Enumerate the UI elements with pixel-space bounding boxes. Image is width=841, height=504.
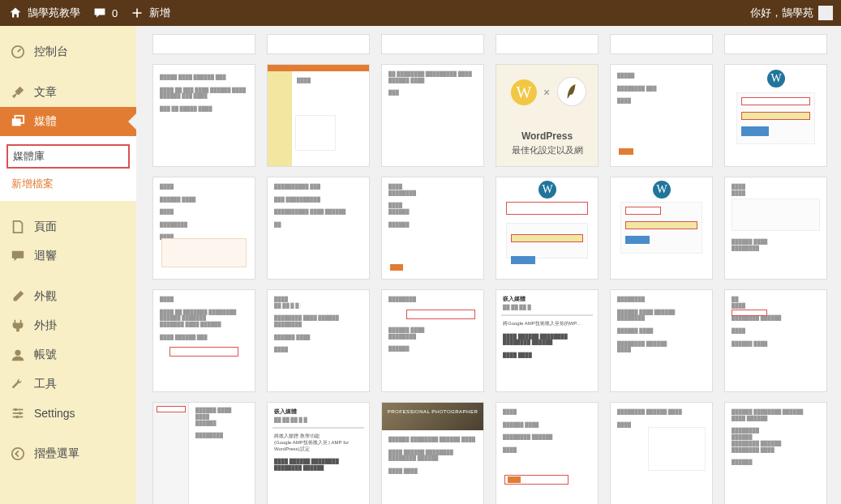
submenu-label: 媒體庫 (13, 150, 45, 162)
sidebar-label: 外觀 (34, 289, 57, 304)
media-thumb[interactable]: ██████████ ████████████ ██████████ (496, 402, 599, 504)
wp-logo-icon: W (767, 70, 785, 88)
page-icon (10, 219, 26, 235)
media-thumb[interactable]: W (610, 177, 713, 280)
avatar (818, 6, 833, 20)
media-thumb[interactable]: ██████████████ ████ ████████████████████… (610, 289, 713, 392)
admin-sidebar: 控制台 文章 媒體 媒體庫 新增檔案 (0, 26, 136, 504)
submenu-item-addnew[interactable]: 新增檔案 (0, 172, 136, 196)
media-thumb[interactable]: ████████ ██████ ████████████ (724, 177, 827, 280)
media-thumb[interactable]: ████████ ██████ ████████ (610, 402, 713, 504)
sidebar-item-media[interactable]: 媒體 (0, 107, 136, 136)
sidebar-label: 文章 (34, 85, 57, 100)
site-name: 鵠學苑教學 (28, 6, 80, 20)
sidebar-item-collapse[interactable]: 摺疊選單 (0, 439, 136, 468)
sidebar-item-plugins[interactable]: 外掛 (0, 311, 136, 340)
media-thumb[interactable]: █████████████ ███████ (610, 64, 713, 167)
media-thumb[interactable]: ██ ████████ █████████ ████ ██████ ██████… (381, 64, 484, 167)
media-thumb[interactable] (610, 34, 713, 54)
media-thumb[interactable]: ████████████████████████████ (381, 177, 484, 280)
media-thumb[interactable]: ████ (267, 64, 370, 167)
submenu-label: 新增檔案 (11, 177, 54, 190)
sidebar-label: 摺疊選單 (34, 446, 79, 461)
sidebar-label: 外掛 (34, 318, 57, 333)
media-thumb[interactable]: 嵌入媒體 ██ ██ ██ █ 將Google AMP技術嵌入至你的WP...█… (496, 289, 599, 392)
media-thumb[interactable] (267, 34, 370, 54)
plug-icon (10, 318, 26, 334)
svg-point-8 (19, 412, 22, 415)
sidebar-item-appearance[interactable]: 外觀 (0, 282, 136, 311)
media-thumb[interactable] (496, 34, 599, 54)
user-icon (10, 347, 26, 363)
home-icon (8, 6, 23, 20)
media-thumb[interactable] (381, 34, 484, 54)
svg-point-10 (12, 448, 24, 459)
media-thumb[interactable]: PROFESSIONAL PHOTOGRAPHER ██████ ███████… (381, 402, 484, 504)
thumb-caption: WordPress (496, 130, 598, 142)
media-thumb[interactable]: █████ ████ ██████ ███████ ██ ███ ████ ██… (152, 64, 255, 167)
media-thumb[interactable] (724, 34, 827, 54)
comments-count: 0 (112, 7, 118, 19)
media-thumb[interactable]: 嵌入媒體 ██ ██ ██ █ █ 將嵌入媒體 教學功能(Google AMP技… (267, 402, 370, 504)
svg-point-7 (15, 408, 18, 412)
greeting-text: 你好，鵠學苑 (750, 6, 813, 20)
media-thumb[interactable]: W (496, 177, 599, 280)
collapse-icon (10, 446, 26, 462)
media-thumb[interactable]: ██████ ████████ ██████████ █████████████… (724, 402, 827, 504)
media-thumb[interactable]: ████████ ██████ ██████████████████ (381, 289, 484, 392)
sidebar-item-posts[interactable]: 文章 (0, 78, 136, 107)
sidebar-item-tools[interactable]: 工具 (0, 369, 136, 399)
admin-bar-right: 你好，鵠學苑 (750, 6, 833, 20)
media-thumb[interactable] (152, 34, 255, 54)
site-link[interactable]: 鵠學苑教學 (8, 6, 80, 20)
sidebar-item-pages[interactable]: 頁面 (0, 212, 136, 241)
account-link[interactable]: 你好，鵠學苑 (750, 6, 833, 20)
pin-icon (10, 84, 26, 100)
admin-bar-left: 鵠學苑教學 0 新增 (8, 6, 170, 20)
brush-icon (10, 288, 26, 305)
media-icon (10, 113, 26, 130)
media-thumb[interactable]: ██████ ██ █ █ █████████ ████ ██████ ████… (267, 289, 370, 392)
media-grid: █████ ████ ██████ ███████ ██ ███ ████ ██… (152, 34, 825, 504)
feather-icon (564, 83, 579, 100)
wp-logo-icon: W (511, 79, 537, 105)
sidebar-label: 帳號 (34, 348, 57, 362)
media-thumb[interactable]: ██████ ██████████████████████ (152, 402, 255, 504)
media-thumb[interactable]: ██████████ ████████████████████ (152, 177, 255, 280)
main-wrap: 控制台 文章 媒體 媒體庫 新增檔案 (0, 26, 841, 504)
media-library-content: █████ ████ ██████ ███████ ██ ███ ████ ██… (136, 26, 841, 504)
comment-icon (10, 248, 26, 264)
thumb-caption: 最佳化設定以及網 (496, 144, 598, 156)
sidebar-label: 控制台 (34, 45, 68, 59)
new-label: 新增 (149, 6, 170, 20)
plus-icon (130, 6, 144, 20)
sidebar-item-comments[interactable]: 迴響 (0, 241, 136, 271)
sidebar-label: 工具 (34, 377, 57, 391)
sidebar-item-users[interactable]: 帳號 (0, 340, 136, 369)
svg-point-3 (15, 350, 20, 356)
sidebar-label: Settings (34, 407, 75, 420)
comments-link[interactable]: 0 (92, 6, 118, 20)
sidebar-item-settings[interactable]: Settings (0, 399, 136, 428)
media-thumb[interactable]: W × WordPress 最佳化設定以及網 (496, 64, 599, 167)
media-thumb[interactable]: W (724, 64, 827, 167)
media-thumb[interactable]: ██████████ ██████ ████████████████████ █… (267, 177, 370, 280)
submenu-item-library[interactable]: 媒體庫 (6, 144, 130, 169)
new-link[interactable]: 新增 (130, 6, 170, 20)
sliders-icon (10, 405, 26, 421)
admin-bar: 鵠學苑教學 0 新增 你好，鵠學苑 (0, 0, 841, 26)
sidebar-item-dashboard[interactable]: 控制台 (0, 37, 136, 66)
comment-icon (92, 6, 107, 20)
wrench-icon (10, 376, 26, 392)
media-thumb[interactable]: ████████ ██ ███████ ████████ ██████ ████… (152, 289, 255, 392)
sidebar-label: 迴響 (34, 249, 57, 263)
sidebar-label: 頁面 (34, 220, 57, 234)
media-thumb[interactable]: ██████████████ ████████████████ ████ (724, 289, 827, 392)
wp-logo-icon: W (538, 181, 556, 199)
media-submenu: 媒體庫 新增檔案 (0, 136, 136, 201)
svg-point-9 (15, 416, 19, 419)
sidebar-label: 媒體 (34, 114, 57, 129)
wp-logo-icon: W (653, 181, 671, 199)
svg-rect-1 (12, 118, 21, 126)
dashboard-icon (10, 44, 26, 60)
